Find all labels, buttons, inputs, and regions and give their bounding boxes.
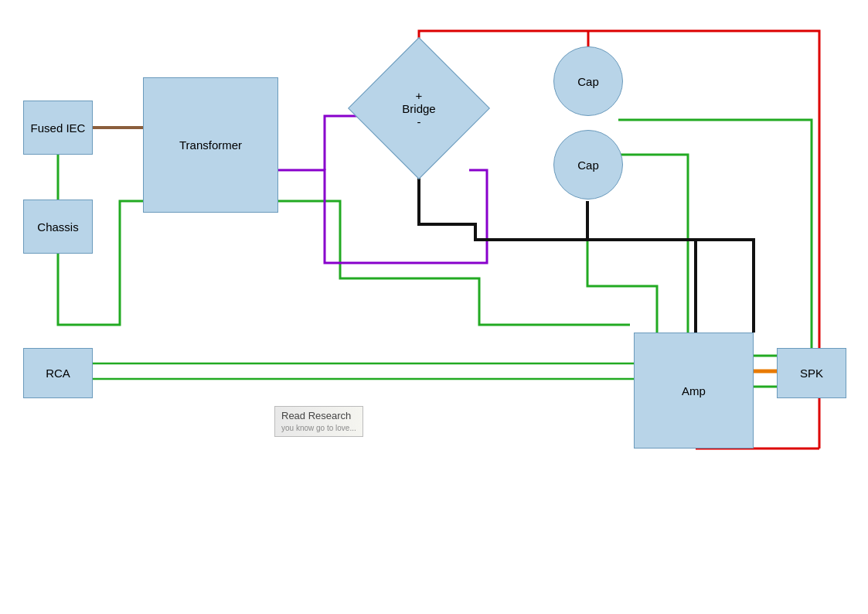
spk-component: SPK [777,348,846,398]
bridge-label: +Bridge- [402,89,435,128]
amp-component: Amp [634,333,754,449]
cap-bottom-label: Cap [577,159,599,172]
transformer-component: Transformer [143,77,278,213]
chassis-label: Chassis [37,220,78,234]
cap-bottom-component: Cap [553,130,623,200]
watermark: Read Research you know go to love... [274,406,363,437]
chassis-component: Chassis [23,200,93,254]
cap-top-label: Cap [577,75,599,88]
rca-label: RCA [46,367,70,380]
amp-label: Amp [682,384,706,397]
watermark-text: Read Research [281,410,351,421]
spk-label: SPK [800,367,823,380]
cap-top-component: Cap [553,46,623,116]
fused-iec-label: Fused IEC [31,121,86,135]
fused-iec-component: Fused IEC [23,101,93,155]
rca-component: RCA [23,348,93,398]
bridge-component: +Bridge- [369,58,469,159]
watermark-subtext: you know go to love... [281,424,356,432]
transformer-label: Transformer [179,138,242,152]
